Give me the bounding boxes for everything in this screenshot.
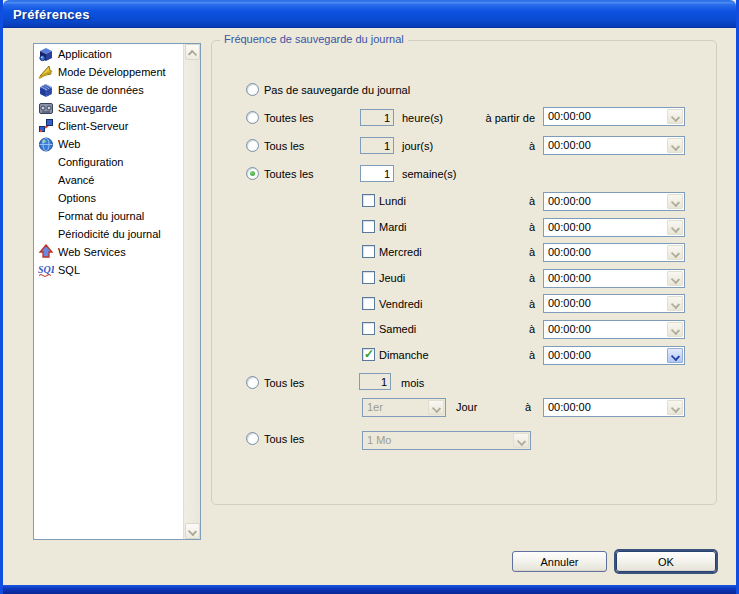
chevron-down-icon bbox=[670, 113, 679, 122]
hourly-value-input[interactable] bbox=[360, 109, 394, 126]
chevron-down-icon bbox=[670, 352, 679, 361]
radio-weekly[interactable] bbox=[246, 167, 259, 180]
samedi-time-label: à bbox=[485, 323, 535, 335]
dimanche-time-combobox[interactable]: 00:00:00 bbox=[543, 346, 685, 365]
web-services-icon bbox=[38, 244, 54, 260]
sidebar-item-periodicite-du-journal[interactable]: Périodicité du journal bbox=[35, 225, 181, 243]
cancel-button[interactable]: Annuler bbox=[512, 551, 607, 572]
chevron-down-icon bbox=[188, 527, 197, 536]
daily-unit-label: jour(s) bbox=[402, 140, 433, 152]
tree-scrollbar[interactable] bbox=[183, 44, 200, 539]
checkbox-lundi[interactable]: ✓ bbox=[362, 194, 375, 207]
monthly-label: Tous les bbox=[264, 377, 304, 389]
title-bar[interactable]: Préférences bbox=[3, 0, 736, 28]
mercredi-time-combobox[interactable]: 00:00:00 bbox=[543, 243, 685, 262]
daily-value-input[interactable] bbox=[360, 137, 394, 154]
checkbox-mercredi[interactable]: ✓ bbox=[362, 245, 375, 258]
sidebar-item-sauvegarde[interactable]: Sauvegarde bbox=[35, 99, 181, 117]
sidebar-item-options[interactable]: Options bbox=[35, 189, 181, 207]
size-combobox[interactable]: 1 Mo bbox=[362, 431, 531, 450]
combo-arrow-button[interactable] bbox=[428, 400, 444, 415]
sidebar-item-mode-developpement[interactable]: Mode Développement bbox=[35, 63, 181, 81]
combo-arrow-button[interactable] bbox=[667, 194, 683, 209]
mardi-time-combobox[interactable]: 00:00:00 bbox=[543, 218, 685, 237]
combo-arrow-button[interactable] bbox=[667, 296, 683, 311]
checkbox-dimanche[interactable]: ✓ bbox=[362, 348, 375, 361]
dimanche-label: Dimanche bbox=[379, 349, 429, 361]
combo-arrow-button[interactable] bbox=[513, 433, 529, 448]
web-icon bbox=[38, 136, 54, 152]
database-icon bbox=[38, 82, 54, 98]
sidebar-item-base-de-donnees[interactable]: Base de données bbox=[35, 81, 181, 99]
sidebar-item-web[interactable]: Web bbox=[35, 135, 181, 153]
combo-arrow-button[interactable] bbox=[667, 138, 683, 153]
checkbox-jeudi[interactable]: ✓ bbox=[362, 271, 375, 284]
no-backup-label: Pas de sauvegarde du journal bbox=[264, 84, 410, 96]
hourly-unit-label: heure(s) bbox=[402, 112, 443, 124]
checkbox-samedi[interactable]: ✓ bbox=[362, 322, 375, 335]
checkbox-vendredi[interactable]: ✓ bbox=[362, 297, 375, 310]
chevron-down-icon bbox=[670, 198, 679, 207]
sidebar-item-application[interactable]: Application bbox=[35, 45, 181, 63]
radio-daily[interactable] bbox=[246, 139, 259, 152]
dimanche-time-label: à bbox=[485, 349, 535, 361]
jeudi-time-label: à bbox=[485, 272, 535, 284]
monthly-unit-label: mois bbox=[401, 377, 424, 389]
sidebar-item-configuration[interactable]: Configuration bbox=[35, 153, 181, 171]
hourly-time-combobox[interactable]: 00:00:00 bbox=[543, 107, 685, 126]
sidebar-item-web-services[interactable]: Web Services bbox=[35, 243, 181, 261]
lundi-time-label: à bbox=[485, 195, 535, 207]
combo-arrow-button[interactable] bbox=[667, 348, 683, 363]
combo-arrow-button[interactable] bbox=[667, 245, 683, 260]
chevron-down-icon bbox=[670, 275, 679, 284]
daily-time-label: à bbox=[458, 140, 535, 152]
combo-arrow-button[interactable] bbox=[667, 322, 683, 337]
lundi-label: Lundi bbox=[379, 195, 406, 207]
hourly-label: Toutes les bbox=[264, 112, 314, 124]
mercredi-time-label: à bbox=[485, 246, 535, 258]
weekly-label: Toutes les bbox=[264, 168, 314, 180]
vendredi-label: Vendredi bbox=[379, 298, 422, 310]
mercredi-label: Mercredi bbox=[379, 246, 422, 258]
vendredi-time-combobox[interactable]: 00:00:00 bbox=[543, 294, 685, 313]
combo-arrow-button[interactable] bbox=[667, 271, 683, 286]
samedi-time-combobox[interactable]: 00:00:00 bbox=[543, 320, 685, 339]
chevron-down-icon bbox=[516, 437, 525, 446]
window-bottom-border bbox=[0, 585, 739, 594]
checkbox-mardi[interactable]: ✓ bbox=[362, 220, 375, 233]
combo-arrow-button[interactable] bbox=[667, 220, 683, 235]
sidebar-item-format-du-journal[interactable]: Format du journal bbox=[35, 207, 181, 225]
scroll-up-button[interactable] bbox=[185, 44, 200, 60]
size-label: Tous les bbox=[264, 433, 304, 445]
chevron-up-icon bbox=[188, 50, 197, 59]
monthly-time-combobox[interactable]: 00:00:00 bbox=[543, 398, 685, 417]
vendredi-time-label: à bbox=[485, 298, 535, 310]
chevron-down-icon bbox=[670, 404, 679, 413]
combo-arrow-button[interactable] bbox=[667, 109, 683, 124]
preferences-tree: Application Mode Développement Base de d… bbox=[33, 43, 201, 540]
radio-hourly[interactable] bbox=[246, 111, 259, 124]
sidebar-item-client-serveur[interactable]: Client-Serveur bbox=[35, 117, 181, 135]
combo-arrow-button[interactable] bbox=[667, 400, 683, 415]
application-icon bbox=[38, 46, 54, 62]
chevron-down-icon bbox=[670, 224, 679, 233]
svg-text:SQL: SQL bbox=[38, 264, 54, 275]
sidebar-item-avance[interactable]: Avancé bbox=[35, 171, 181, 189]
window-title: Préférences bbox=[13, 7, 90, 22]
preferences-dialog: Préférences Application Mode Développeme… bbox=[0, 0, 739, 594]
radio-monthly[interactable] bbox=[246, 376, 259, 389]
ok-button[interactable]: OK bbox=[616, 551, 716, 572]
monthly-jour-label: Jour bbox=[456, 401, 477, 413]
radio-size[interactable] bbox=[246, 432, 259, 445]
samedi-label: Samedi bbox=[379, 323, 416, 335]
lundi-time-combobox[interactable]: 00:00:00 bbox=[543, 192, 685, 211]
monthly-day-combobox[interactable]: 1er bbox=[362, 398, 446, 417]
groupbox-title: Fréquence de sauvegarde du journal bbox=[220, 33, 408, 45]
sidebar-item-sql[interactable]: SQL SQL bbox=[35, 261, 181, 279]
radio-no-backup[interactable] bbox=[246, 83, 259, 96]
scroll-down-button[interactable] bbox=[185, 523, 200, 539]
daily-time-combobox[interactable]: 00:00:00 bbox=[543, 136, 685, 155]
jeudi-time-combobox[interactable]: 00:00:00 bbox=[543, 269, 685, 288]
monthly-value-input[interactable] bbox=[359, 373, 391, 390]
weekly-value-input[interactable] bbox=[360, 165, 394, 182]
